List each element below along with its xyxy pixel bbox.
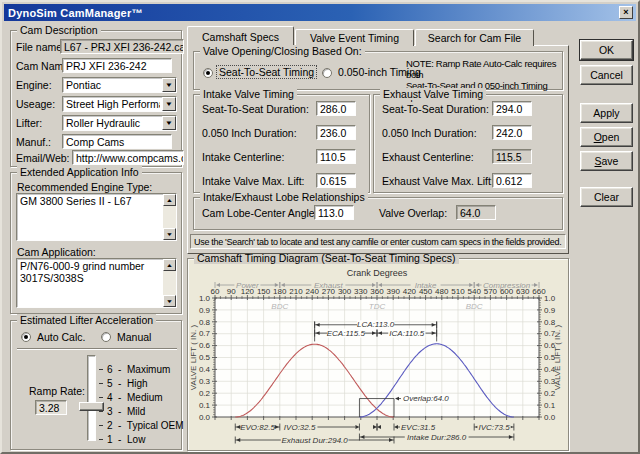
svg-text:0.9: 0.9 [544,306,556,315]
manuf-label: Manuf.: [16,136,51,148]
svg-text:480: 480 [435,287,449,296]
manual-label[interactable]: Manual [115,331,153,343]
engine-select[interactable]: Pontiac ▼ [62,77,177,93]
intake-timing-title: Intake Valve Timing [200,88,297,100]
manuf-input[interactable]: Comp Cams [62,134,172,149]
svg-text:Exhaust: Exhaust [314,281,344,290]
svg-text:180: 180 [273,287,287,296]
scroll-down-icon[interactable]: ▼ [163,295,176,307]
dropdown-arrow-icon[interactable]: ▼ [162,116,176,130]
valve-basis-title: Valve Opening/Closing Based On: [200,45,365,57]
svg-text:210: 210 [289,287,303,296]
cancel-button[interactable]: Cancel [580,65,633,85]
intake-seat-duration-input[interactable]: 286.0 [316,101,356,116]
engine-label: Engine: [16,79,52,91]
svg-text:Exhaust Dur:294.0: Exhaust Dur:294.0 [281,436,348,445]
svg-text:0.9: 0.9 [199,306,211,315]
svg-text:540: 540 [468,287,482,296]
lifter-acceleration-title: Estimated Lifter Acceleration [17,314,156,326]
ramp-rate-slider-track[interactable] [87,355,96,441]
exhaust-050-duration-input[interactable]: 242.0 [492,125,532,140]
tab-camshaft-specs[interactable]: Camshaft Specs [187,26,294,46]
svg-text:0.6: 0.6 [199,341,211,350]
useage-select[interactable]: Street High Performance ▼ [62,96,177,112]
auto-calc-radio[interactable] [21,332,31,342]
lobe-center-angle-input[interactable]: 113.0 [314,205,354,220]
cam-application-label: Cam Application: [17,246,96,258]
valve-basis-group: Valve Opening/Closing Based On: Seat-To-… [193,51,563,90]
cam-name-input[interactable]: PRJ XFI 236-242 [62,58,172,73]
search-hint: Use the 'Search' tab to locate and test … [190,234,566,249]
save-button[interactable]: Save [580,151,633,171]
useage-label: Useage: [16,98,55,110]
exhaust-max-lift-input[interactable]: 0.612 [492,173,532,188]
seat-to-seat-label[interactable]: Seat-To-Seat Timing [217,66,316,78]
exhaust-seat-duration-input[interactable]: 294.0 [492,101,532,116]
manual-radio[interactable] [101,332,111,342]
clear-button[interactable]: Clear [580,187,633,207]
svg-text:60: 60 [211,287,220,296]
svg-text:BDC: BDC [271,302,288,311]
svg-text:0.2: 0.2 [199,389,211,398]
tab-search-for-cam-file[interactable]: Search for Cam File [415,29,534,46]
svg-text:0.7: 0.7 [199,329,211,338]
divider [17,348,177,350]
svg-text:IVO:32.5: IVO:32.5 [284,423,316,432]
ok-button[interactable]: OK [580,40,633,60]
lifter-acceleration-group: Estimated Lifter Acceleration Auto Calc.… [10,320,182,450]
svg-text:ICA:110.5: ICA:110.5 [389,329,425,338]
svg-text:510: 510 [451,287,465,296]
scrollbar[interactable]: ▲ ▼ [163,194,176,240]
svg-text:EVC:31.5: EVC:31.5 [401,423,436,432]
ramp-rate-label: Ramp Rate: [29,385,85,397]
lifter-select[interactable]: Roller Hydraulic ▼ [62,115,177,131]
cam-application-textarea[interactable]: P/N76-000-9 grind number 3017S/3038S ▲ ▼ [16,258,177,308]
scroll-up-icon[interactable]: ▲ [163,194,176,206]
intake-centerline-input[interactable]: 110.5 [316,149,356,164]
dropdown-arrow-icon[interactable]: ▼ [162,78,176,92]
svg-text:Intake: Intake [415,281,437,290]
svg-text:VALVE LIFT ( IN. ): VALVE LIFT ( IN. ) [553,324,562,390]
seat-to-seat-radio[interactable] [203,68,213,78]
svg-text:1.0: 1.0 [199,294,211,303]
svg-text:330: 330 [354,287,368,296]
scroll-down-icon[interactable]: ▼ [163,228,176,240]
svg-text:0.3: 0.3 [199,377,211,386]
slider-scale-label: 2 - Typical OEM [99,418,184,432]
engine-type-label: Recommended Engine Type: [17,181,152,193]
lobe-center-angle-label: Cam Lobe-Center Angle: [202,207,318,219]
svg-text:Power: Power [236,281,259,290]
slider-scale-label: 5 - High [99,376,184,390]
intake-max-lift-input[interactable]: 0.615 [316,173,356,188]
apply-button[interactable]: Apply [580,103,633,123]
close-icon: × [623,8,628,17]
svg-text:0.1: 0.1 [544,401,556,410]
scrollbar[interactable]: ▲ ▼ [163,259,176,307]
tab-valve-event-timing[interactable]: Valve Event Timing [295,29,414,46]
engine-type-textarea[interactable]: GM 3800 Series II - L67 ▲ ▼ [16,193,177,241]
slider-scale-label: 1 - Low [99,432,184,446]
svg-text:360: 360 [370,287,384,296]
close-button[interactable]: × [619,6,633,19]
dropdown-arrow-icon[interactable]: ▼ [162,97,176,111]
svg-text:390: 390 [387,287,401,296]
scroll-up-icon[interactable]: ▲ [163,259,176,271]
svg-text:ECA:115.5: ECA:115.5 [327,329,366,338]
slider-scale: 6 - Maximum 5 - High 4 - Medium 3 - Mild… [99,362,184,446]
auto-calc-label[interactable]: Auto Calc. [35,331,87,343]
lobe-relationships-group: Intake/Exhaust Lobe Relationships Cam Lo… [193,197,563,230]
fifty-thou-radio[interactable] [322,68,332,78]
exhaust-timing-title: Exhaust Valve Timing [380,88,486,100]
svg-text:TDC: TDC [369,302,386,311]
intake-050-duration-input[interactable]: 236.0 [316,125,356,140]
svg-text:IVC:73.5: IVC:73.5 [478,423,510,432]
svg-text:Crank Degrees: Crank Degrees [347,268,408,278]
exhaust-timing-group: Exhaust Valve Timing Seat-To-Seat Durati… [373,94,563,193]
open-button[interactable]: Open [580,127,633,147]
lobe-relationships-title: Intake/Exhaust Lobe Relationships [200,191,368,203]
email-web-input[interactable]: http://www.compcams.com [72,150,184,165]
svg-text:0.1: 0.1 [199,401,211,410]
title-bar[interactable]: DynoSim CamManager™ × [4,4,636,21]
email-web-label: Email/Web: [16,152,70,164]
window-title: DynoSim CamManager™ [8,7,143,19]
